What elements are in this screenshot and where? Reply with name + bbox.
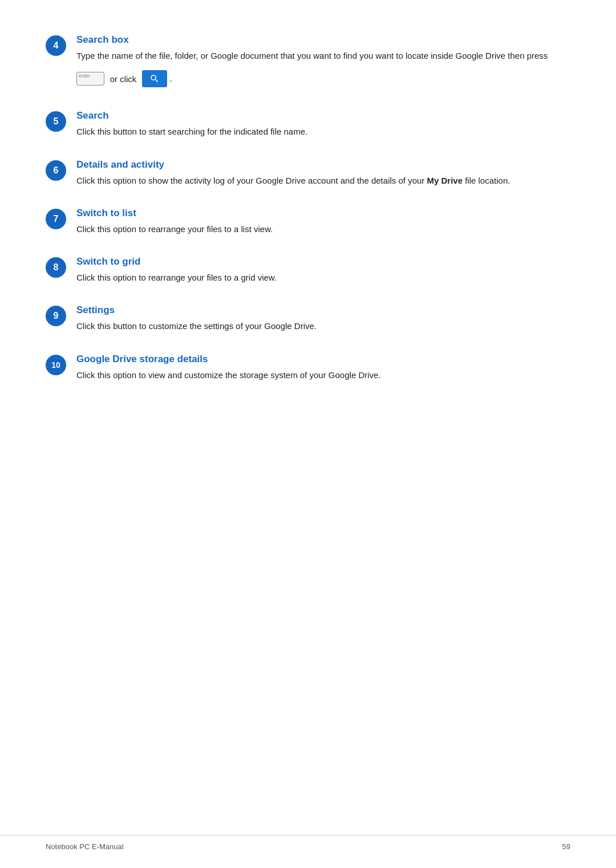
section-4-desc: Type the name of the file, folder, or Go… bbox=[76, 49, 570, 62]
section-8-desc: Click this option to rearrange your file… bbox=[76, 271, 570, 284]
section-7: 7 Switch to list Click this option to re… bbox=[46, 208, 570, 236]
badge-10: 10 bbox=[46, 355, 66, 375]
badge-4: 4 bbox=[46, 35, 66, 56]
section-9: 9 Settings Click this button to customiz… bbox=[46, 305, 570, 332]
my-drive-bold: My Drive bbox=[427, 176, 463, 185]
section-7-title: Switch to list bbox=[76, 208, 570, 219]
enter-row: enter or click . bbox=[76, 70, 570, 87]
section-5-desc: Click this button to start searching for… bbox=[76, 125, 570, 138]
section-9-desc: Click this button to customize the setti… bbox=[76, 319, 570, 332]
section-6: 6 Details and activity Click this option… bbox=[46, 159, 570, 187]
badge-7: 7 bbox=[46, 209, 66, 229]
section-8: 8 Switch to grid Click this option to re… bbox=[46, 256, 570, 284]
page-content: 4 Search box Type the name of the file, … bbox=[0, 0, 616, 448]
enter-key: enter bbox=[76, 72, 104, 86]
badge-8: 8 bbox=[46, 257, 66, 278]
section-5-body: Search Click this button to start search… bbox=[76, 110, 570, 138]
search-icon bbox=[149, 74, 160, 84]
section-4-body: Search box Type the name of the file, fo… bbox=[76, 34, 570, 90]
section-8-title: Switch to grid bbox=[76, 256, 570, 267]
section-10-body: Google Drive storage details Click this … bbox=[76, 354, 570, 382]
section-6-desc: Click this option to show the activity l… bbox=[76, 174, 570, 187]
footer-page-number: 59 bbox=[562, 842, 570, 851]
section-5: 5 Search Click this button to start sear… bbox=[46, 110, 570, 138]
section-4: 4 Search box Type the name of the file, … bbox=[46, 34, 570, 90]
section-9-body: Settings Click this button to customize … bbox=[76, 305, 570, 332]
footer-title: Notebook PC E-Manual bbox=[46, 842, 124, 851]
section-6-body: Details and activity Click this option t… bbox=[76, 159, 570, 187]
section-5-title: Search bbox=[76, 110, 570, 121]
period: . bbox=[169, 74, 172, 84]
section-10-desc: Click this option to view and customize … bbox=[76, 368, 570, 382]
section-7-desc: Click this option to rearrange your file… bbox=[76, 222, 570, 236]
or-click-text: or click bbox=[110, 74, 137, 84]
section-8-body: Switch to grid Click this option to rear… bbox=[76, 256, 570, 284]
search-button[interactable] bbox=[142, 70, 167, 87]
section-9-title: Settings bbox=[76, 305, 570, 316]
section-4-title: Search box bbox=[76, 34, 570, 46]
badge-9: 9 bbox=[46, 306, 66, 326]
badge-6: 6 bbox=[46, 160, 66, 181]
section-10: 10 Google Drive storage details Click th… bbox=[46, 354, 570, 382]
page-footer: Notebook PC E-Manual 59 bbox=[0, 835, 616, 851]
section-7-body: Switch to list Click this option to rear… bbox=[76, 208, 570, 236]
section-10-title: Google Drive storage details bbox=[76, 354, 570, 365]
badge-5: 5 bbox=[46, 111, 66, 132]
section-6-title: Details and activity bbox=[76, 159, 570, 171]
enter-label: enter bbox=[79, 73, 91, 79]
